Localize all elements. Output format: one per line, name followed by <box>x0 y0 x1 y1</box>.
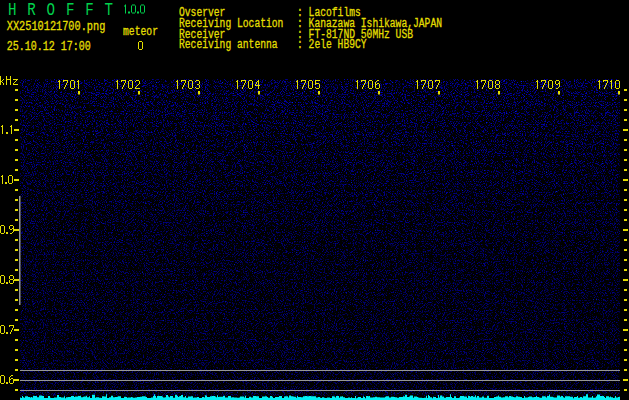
svg-text:H: H <box>8 0 17 20</box>
svg-text:T: T <box>105 0 114 20</box>
svg-text:XX2510121700.png: XX2510121700.png <box>7 20 106 34</box>
svg-text:Receiving antenna: Receiving antenna <box>179 38 278 52</box>
svg-text:O: O <box>47 0 56 20</box>
svg-text:F: F <box>66 0 75 20</box>
svg-text:F: F <box>85 0 94 20</box>
svg-text:R: R <box>27 0 36 20</box>
svg-text:25.10.12 17:00: 25.10.12 17:00 <box>7 40 91 54</box>
svg-text:: 2ele HB9CY: : 2ele HB9CY <box>297 38 367 52</box>
svg-text:meteor: meteor <box>123 25 158 39</box>
